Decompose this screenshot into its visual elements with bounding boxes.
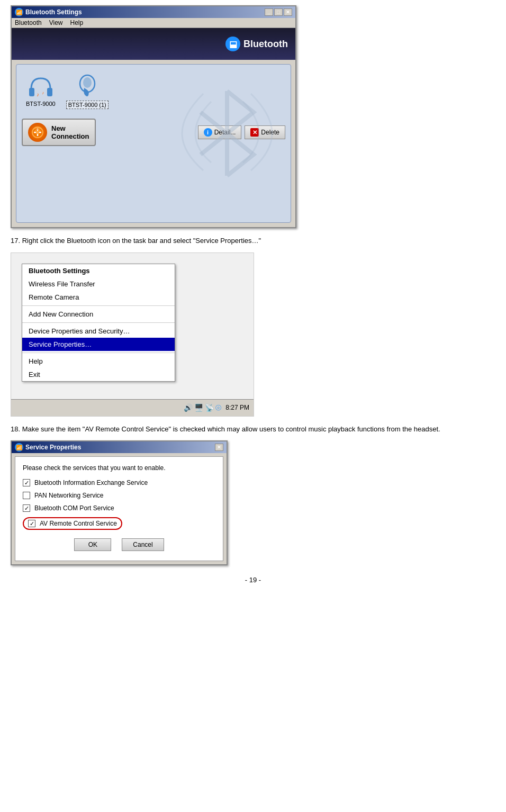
step18-text: 18. Make sure the item "AV Remote Contro… xyxy=(11,424,495,435)
page-number: - 19 - xyxy=(11,576,495,584)
taskbar-icons: 🔊 🖥️ 📡 ⦾ xyxy=(184,403,221,412)
service-label-4: AV Remote Control Service xyxy=(40,520,117,527)
svg-text:♪: ♪ xyxy=(42,91,44,95)
close-button[interactable]: ✕ xyxy=(284,8,292,16)
new-connection-button[interactable]: NewConnection xyxy=(22,119,96,146)
menu-bluetooth[interactable]: Bluetooth xyxy=(15,19,42,26)
bluetooth-logo: ⬓ Bluetooth xyxy=(225,37,288,51)
ctx-item-remote-camera[interactable]: Remote Camera xyxy=(22,291,175,304)
delete-icon: ✕ xyxy=(250,128,259,137)
ctx-separator-1 xyxy=(22,305,175,306)
svg-point-5 xyxy=(83,77,92,88)
checkbox-2[interactable] xyxy=(23,492,30,499)
window-controls[interactable]: _ □ ✕ xyxy=(265,8,292,16)
svg-text:♪: ♪ xyxy=(37,92,39,97)
service-label-2: PAN Networking Service xyxy=(34,492,104,499)
service-label-3: Bluetooth COM Port Service xyxy=(34,504,114,512)
svcprop-icon: 📶 xyxy=(15,443,23,452)
maximize-button[interactable]: □ xyxy=(274,8,283,16)
earphone-icon xyxy=(74,74,101,98)
svcprop-titlebar-left: 📶 Service Properties xyxy=(15,443,81,452)
service-properties-window: 📶 Service Properties ✕ Please check the … xyxy=(11,440,228,565)
ctx-item-exit[interactable]: Exit xyxy=(22,368,175,381)
svcprop-controls[interactable]: ✕ xyxy=(215,444,223,451)
svg-rect-1 xyxy=(47,88,52,96)
service-row-4: AV Remote Control Service xyxy=(23,517,215,530)
service-label-1: Bluetooth Information Exchange Service xyxy=(34,479,148,486)
service-highlighted-row: AV Remote Control Service xyxy=(23,517,122,530)
action-buttons: i Detail... ✕ Delete xyxy=(198,125,285,139)
detail-button[interactable]: i Detail... xyxy=(198,125,242,139)
device-label-2: BTST-9000 (1) xyxy=(66,101,109,109)
menu-view[interactable]: View xyxy=(49,19,63,26)
svg-rect-0 xyxy=(29,88,34,96)
header-band: ⬓ Bluetooth xyxy=(12,28,295,60)
ctx-item-bt-settings[interactable]: Bluetooth Settings xyxy=(22,264,175,277)
devices-row: ♪ ♪ BTST-9000 BTST-9000 (1) xyxy=(22,70,285,113)
taskbar: 🔊 🖥️ 📡 ⦾ 8:27 PM xyxy=(11,399,254,416)
bluetooth-settings-window: 📶 Bluetooth Settings _ □ ✕ Bluetooth Vie… xyxy=(11,5,296,228)
svcprop-dialog-buttons: OK Cancel xyxy=(23,538,215,553)
checkbox-3[interactable] xyxy=(23,504,30,512)
service-row-2: PAN Networking Service xyxy=(23,492,215,499)
svcprop-description: Please check the services that you want … xyxy=(23,464,215,472)
detail-label: Detail... xyxy=(214,129,236,136)
window-title: Bluetooth Settings xyxy=(25,8,82,16)
ctx-item-service-props[interactable]: Service Properties… xyxy=(22,338,175,351)
new-connection-label: NewConnection xyxy=(51,124,89,140)
context-menu-screenshot: Bluetooth Settings Wireless File Transfe… xyxy=(11,252,254,417)
devices-panel: ♪ ♪ BTST-9000 BTST-9000 (1) xyxy=(16,64,291,223)
ctx-separator-3 xyxy=(22,353,175,353)
svcprop-title: Service Properties xyxy=(25,444,81,451)
delete-button[interactable]: ✕ Delete xyxy=(245,125,285,139)
ctx-item-help[interactable]: Help xyxy=(22,355,175,368)
device-btst9000-1[interactable]: BTST-9000 (1) xyxy=(66,74,109,109)
device-btst9000[interactable]: ♪ ♪ BTST-9000 xyxy=(26,74,56,109)
svcprop-titlebar: 📶 Service Properties ✕ xyxy=(12,441,227,453)
panel-bottom-buttons: NewConnection i Detail... ✕ Delete xyxy=(22,119,285,146)
checkbox-1[interactable] xyxy=(23,479,30,486)
titlebar-left: 📶 Bluetooth Settings xyxy=(15,8,82,16)
svcprop-close-button[interactable]: ✕ xyxy=(215,444,223,451)
bt-logo-text: Bluetooth xyxy=(243,39,288,50)
menu-bar: Bluetooth View Help xyxy=(12,18,295,28)
step17-text: 17. Right click the Bluetooth icon on th… xyxy=(11,236,495,246)
ok-button[interactable]: OK xyxy=(74,538,111,551)
detail-icon: i xyxy=(204,128,212,137)
context-menu: Bluetooth Settings Wireless File Transfe… xyxy=(22,264,175,382)
taskbar-time: 8:27 PM xyxy=(225,404,249,411)
bt-logo-icon: ⬓ xyxy=(225,37,240,51)
headphones-icon: ♪ ♪ xyxy=(27,74,55,98)
ctx-separator-2 xyxy=(22,322,175,323)
delete-label: Delete xyxy=(261,129,279,136)
ctx-item-wireless-file[interactable]: Wireless File Transfer xyxy=(22,277,175,291)
svcprop-body: Please check the services that you want … xyxy=(15,456,223,561)
menu-help[interactable]: Help xyxy=(70,19,84,26)
minimize-button[interactable]: _ xyxy=(265,8,273,16)
window-icon: 📶 xyxy=(15,8,23,16)
ctx-item-device-props[interactable]: Device Properties and Security… xyxy=(22,324,175,338)
service-row-3: Bluetooth COM Port Service xyxy=(23,504,215,512)
device-label-1: BTST-9000 xyxy=(26,101,56,107)
cancel-button[interactable]: Cancel xyxy=(122,538,164,551)
svg-point-7 xyxy=(36,131,39,134)
new-connection-icon xyxy=(28,123,47,142)
window-titlebar: 📶 Bluetooth Settings _ □ ✕ xyxy=(12,6,295,18)
service-row-1: Bluetooth Information Exchange Service xyxy=(23,479,215,486)
ctx-item-add-new[interactable]: Add New Connection xyxy=(22,308,175,321)
checkbox-4[interactable] xyxy=(28,520,35,527)
